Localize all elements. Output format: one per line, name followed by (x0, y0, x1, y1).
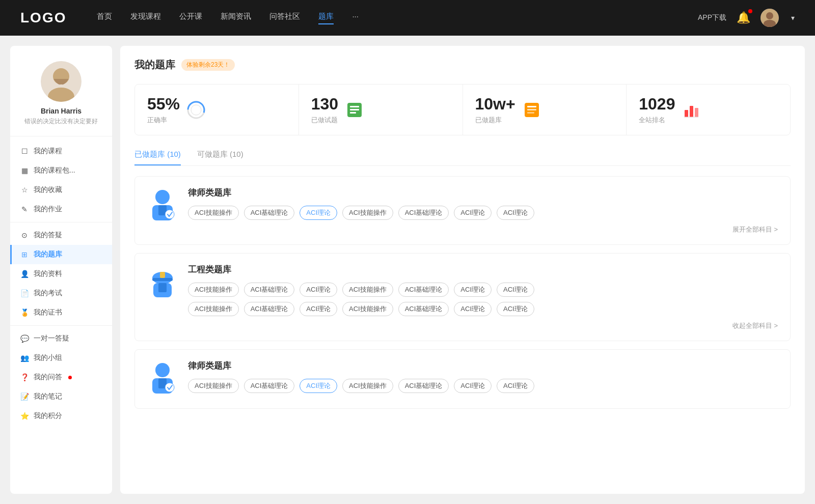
sidebar-item-favorites[interactable]: ☆ 我的收藏 (10, 180, 112, 200)
sidebar-item-tutor[interactable]: 💬 一对一答疑 (10, 329, 112, 348)
tag-2-9[interactable]: ACI理论 (300, 302, 337, 316)
tag-2-4[interactable]: ACI基础理论 (398, 283, 449, 297)
sidebar-item-cert[interactable]: 🏅 我的证书 (10, 303, 112, 322)
collapse-btn-2[interactable]: 收起全部科目 > (188, 321, 778, 330)
sidebar-item-coursepack[interactable]: ▦ 我的课程包... (10, 161, 112, 180)
user-avatar[interactable] (760, 9, 779, 27)
tag-2-7[interactable]: ACI技能操作 (188, 302, 239, 316)
tag-1-0[interactable]: ACI技能操作 (188, 206, 239, 220)
svg-point-8 (191, 105, 201, 115)
qbank-body-1: 律师类题库 ACI技能操作 ACI基础理论 ACI理论 ACI技能操作 ACI基… (188, 187, 778, 234)
qbank-body-2: 工程类题库 ACI技能操作 ACI基础理论 ACI理论 ACI技能操作 ACI基… (188, 264, 778, 330)
svg-rect-27 (160, 272, 165, 278)
sidebar-item-course[interactable]: ☐ 我的课程 (10, 142, 112, 161)
sidebar-item-group[interactable]: 👥 我的小组 (10, 348, 112, 368)
tag-2-6[interactable]: ACI理论 (497, 283, 534, 297)
tag-2-3[interactable]: ACI技能操作 (342, 283, 393, 297)
sidebar-profile: Brian Harris 错误的决定比没有决定要好 (10, 56, 112, 136)
stat-rank-label: 全站排名 (639, 116, 675, 125)
nav-discover[interactable]: 发现课程 (130, 12, 161, 24)
notification-badge (748, 9, 752, 13)
sidebar-item-homework[interactable]: ✎ 我的作业 (10, 200, 112, 219)
sidebar-item-questions[interactable]: ❓ 我的问答 (10, 368, 112, 387)
page-title: 我的题库 (134, 58, 175, 72)
stat-rank-value: 1029 (639, 95, 675, 114)
stat-rank: 1029 全站排名 (627, 85, 790, 135)
stat-questions-value: 130 (311, 95, 338, 114)
tag-1-4[interactable]: ACI基础理论 (398, 206, 449, 220)
points-icon: ⭐ (20, 412, 29, 420)
stats-row: 55% 正确率 130 已做试题 (134, 84, 791, 135)
tag-1-5[interactable]: ACI理论 (454, 206, 492, 220)
tags-row-2b: ACI技能操作 ACI基础理论 ACI理论 ACI技能操作 ACI基础理论 AC… (188, 302, 778, 316)
svg-rect-16 (527, 112, 534, 114)
nav-home[interactable]: 首页 (97, 12, 112, 24)
svg-point-24 (165, 210, 174, 219)
tag-1-3[interactable]: ACI技能操作 (342, 206, 393, 220)
nav-opencourse[interactable]: 公开课 (179, 12, 202, 24)
expand-btn-1[interactable]: 展开全部科目 > (188, 225, 778, 234)
tag-2-12[interactable]: ACI理论 (454, 302, 492, 316)
tag-1-6[interactable]: ACI理论 (497, 206, 534, 220)
bar-chart-icon (682, 101, 700, 119)
tag-2-13[interactable]: ACI理论 (497, 302, 534, 316)
tag-3-0[interactable]: ACI技能操作 (188, 379, 239, 393)
tag-3-5[interactable]: ACI理论 (454, 379, 492, 393)
tag-1-1[interactable]: ACI基础理论 (244, 206, 295, 220)
svg-rect-12 (350, 112, 356, 114)
tag-2-0[interactable]: ACI技能操作 (188, 283, 239, 297)
tags-row-2a: ACI技能操作 ACI基础理论 ACI理论 ACI技能操作 ACI基础理论 AC… (188, 283, 778, 297)
tag-2-11[interactable]: ACI基础理论 (398, 302, 449, 316)
bank-icon (523, 101, 541, 119)
stat-accuracy-value: 55% (147, 95, 180, 114)
tag-3-6[interactable]: ACI理论 (497, 379, 534, 393)
person-icon: 👤 (20, 270, 29, 278)
stat-banks-value: 10w+ (475, 95, 515, 114)
qbank-title-3: 律师类题库 (188, 360, 778, 372)
qbank-body-3: 律师类题库 ACI技能操作 ACI基础理论 ACI理论 ACI技能操作 ACI基… (188, 360, 778, 398)
sidebar-item-points[interactable]: ⭐ 我的积分 (10, 406, 112, 426)
sidebar-item-qbank[interactable]: ⊞ 我的题库 (10, 245, 112, 264)
svg-point-30 (155, 363, 170, 377)
stat-banks-done: 10w+ 已做题库 (463, 85, 627, 135)
sidebar-item-qa[interactable]: ⊙ 我的答疑 (10, 226, 112, 245)
tag-3-2[interactable]: ACI理论 (300, 379, 337, 393)
page-header: 我的题库 体验剩余23天！ (134, 58, 791, 72)
tag-2-1[interactable]: ACI基础理论 (244, 283, 295, 297)
tag-2-8[interactable]: ACI基础理论 (244, 302, 295, 316)
sidebar-item-profile[interactable]: 👤 我的资料 (10, 264, 112, 284)
sidebar-user-name: Brian Harris (41, 107, 82, 115)
nav-qbank[interactable]: 题库 (318, 12, 334, 24)
notification-bell[interactable]: 🔔 (737, 11, 750, 24)
tag-1-2[interactable]: ACI理论 (300, 206, 337, 220)
file-icon: ☐ (20, 147, 29, 155)
sidebar-item-notes[interactable]: 📝 我的笔记 (10, 387, 112, 406)
sidebar-divider-2 (10, 325, 112, 326)
tag-2-10[interactable]: ACI技能操作 (342, 302, 393, 316)
app-download[interactable]: APP下载 (698, 13, 726, 22)
tab-available[interactable]: 可做题库 (10) (197, 150, 243, 165)
tag-3-3[interactable]: ACI技能操作 (342, 379, 393, 393)
sidebar-item-exam[interactable]: 📄 我的考试 (10, 284, 112, 303)
tab-done[interactable]: 已做题库 (10) (134, 150, 181, 165)
document-icon: 📄 (20, 289, 29, 297)
stat-accuracy: 55% 正确率 (135, 85, 299, 135)
nav-more[interactable]: ··· (352, 12, 359, 24)
tag-3-1[interactable]: ACI基础理论 (244, 379, 295, 393)
list-icon (345, 101, 364, 119)
tag-2-2[interactable]: ACI理论 (300, 283, 337, 297)
tag-3-4[interactable]: ACI基础理论 (398, 379, 449, 393)
sidebar: Brian Harris 错误的决定比没有决定要好 ☐ 我的课程 ▦ 我的课程包… (10, 46, 112, 494)
tag-2-5[interactable]: ACI理论 (454, 283, 492, 297)
svg-point-21 (155, 190, 170, 204)
chart-bar-icon: ▦ (20, 166, 29, 175)
qbank-icon-lawyer-3 (147, 360, 178, 396)
nav-news[interactable]: 新闻资讯 (221, 12, 251, 24)
svg-rect-11 (350, 109, 359, 110)
svg-rect-15 (527, 109, 536, 110)
nav-qa[interactable]: 问答社区 (269, 12, 300, 24)
user-chevron[interactable]: ▾ (791, 14, 795, 22)
qbank-icon-engineer (147, 264, 178, 299)
pie-chart-icon (187, 101, 205, 119)
qbank-icon-lawyer-1 (147, 187, 178, 222)
